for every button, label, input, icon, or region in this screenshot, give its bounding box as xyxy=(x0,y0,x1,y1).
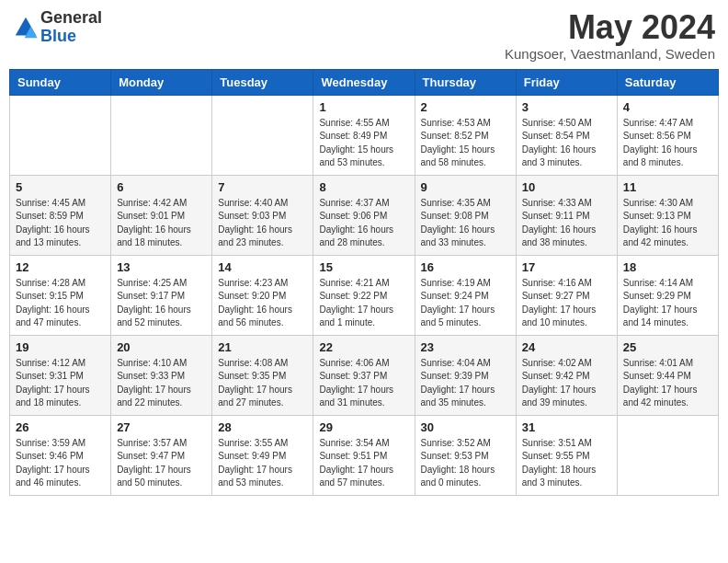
day-number: 13 xyxy=(117,260,206,274)
calendar-cell: 6Sunrise: 4:42 AM Sunset: 9:01 PM Daylig… xyxy=(111,175,212,255)
calendar-cell: 10Sunrise: 4:33 AM Sunset: 9:11 PM Dayli… xyxy=(516,175,617,255)
calendar-cell: 23Sunrise: 4:04 AM Sunset: 9:39 PM Dayli… xyxy=(415,335,516,415)
day-number: 28 xyxy=(218,420,307,434)
day-info: Sunrise: 4:45 AM Sunset: 8:59 PM Dayligh… xyxy=(16,197,105,250)
week-row-4: 19Sunrise: 4:12 AM Sunset: 9:31 PM Dayli… xyxy=(10,335,719,415)
day-number: 10 xyxy=(522,180,611,194)
day-number: 31 xyxy=(522,420,611,434)
day-number: 14 xyxy=(218,260,307,274)
calendar-cell xyxy=(111,95,212,175)
weekday-header-thursday: Thursday xyxy=(415,69,516,95)
week-row-1: 1Sunrise: 4:55 AM Sunset: 8:49 PM Daylig… xyxy=(10,95,719,175)
day-info: Sunrise: 4:14 AM Sunset: 9:29 PM Dayligh… xyxy=(623,277,712,330)
day-info: Sunrise: 4:21 AM Sunset: 9:22 PM Dayligh… xyxy=(319,277,408,330)
calendar-cell: 24Sunrise: 4:02 AM Sunset: 9:42 PM Dayli… xyxy=(516,335,617,415)
day-info: Sunrise: 4:53 AM Sunset: 8:52 PM Dayligh… xyxy=(421,117,510,170)
calendar-cell: 25Sunrise: 4:01 AM Sunset: 9:44 PM Dayli… xyxy=(617,335,718,415)
logo-general-text: General xyxy=(40,9,102,28)
day-number: 17 xyxy=(522,260,611,274)
day-number: 22 xyxy=(319,340,408,354)
calendar-cell: 8Sunrise: 4:37 AM Sunset: 9:06 PM Daylig… xyxy=(313,175,415,255)
weekday-header-saturday: Saturday xyxy=(617,69,718,95)
calendar-cell: 14Sunrise: 4:23 AM Sunset: 9:20 PM Dayli… xyxy=(212,255,313,335)
day-info: Sunrise: 4:10 AM Sunset: 9:33 PM Dayligh… xyxy=(117,357,206,410)
day-number: 20 xyxy=(117,340,206,354)
logo-icon xyxy=(13,15,39,40)
calendar-cell: 2Sunrise: 4:53 AM Sunset: 8:52 PM Daylig… xyxy=(415,95,516,175)
calendar-cell: 7Sunrise: 4:40 AM Sunset: 9:03 PM Daylig… xyxy=(212,175,313,255)
calendar-cell: 13Sunrise: 4:25 AM Sunset: 9:17 PM Dayli… xyxy=(111,255,212,335)
calendar-cell: 4Sunrise: 4:47 AM Sunset: 8:56 PM Daylig… xyxy=(617,95,718,175)
day-info: Sunrise: 4:06 AM Sunset: 9:37 PM Dayligh… xyxy=(319,357,408,410)
day-info: Sunrise: 3:55 AM Sunset: 9:49 PM Dayligh… xyxy=(218,437,307,490)
day-number: 18 xyxy=(623,260,712,274)
day-number: 19 xyxy=(16,340,105,354)
weekday-header-friday: Friday xyxy=(516,69,617,95)
day-info: Sunrise: 3:52 AM Sunset: 9:53 PM Dayligh… xyxy=(421,437,510,490)
day-number: 9 xyxy=(421,180,510,194)
weekday-header-tuesday: Tuesday xyxy=(212,69,313,95)
calendar-cell: 28Sunrise: 3:55 AM Sunset: 9:49 PM Dayli… xyxy=(212,415,313,495)
day-number: 3 xyxy=(522,100,611,114)
calendar-cell: 1Sunrise: 4:55 AM Sunset: 8:49 PM Daylig… xyxy=(313,95,415,175)
weekday-header-wednesday: Wednesday xyxy=(313,69,415,95)
day-info: Sunrise: 4:55 AM Sunset: 8:49 PM Dayligh… xyxy=(319,117,408,170)
day-number: 26 xyxy=(16,420,105,434)
day-info: Sunrise: 4:35 AM Sunset: 9:08 PM Dayligh… xyxy=(421,197,510,250)
day-info: Sunrise: 3:51 AM Sunset: 9:55 PM Dayligh… xyxy=(522,437,611,490)
week-row-2: 5Sunrise: 4:45 AM Sunset: 8:59 PM Daylig… xyxy=(10,175,719,255)
day-number: 21 xyxy=(218,340,307,354)
page-header: General Blue May 2024 Kungsoer, Vaestman… xyxy=(9,9,719,62)
day-number: 6 xyxy=(117,180,206,194)
location: Kungsoer, Vaestmanland, Sweden xyxy=(505,46,715,62)
calendar-cell: 3Sunrise: 4:50 AM Sunset: 8:54 PM Daylig… xyxy=(516,95,617,175)
day-number: 12 xyxy=(16,260,105,274)
day-number: 1 xyxy=(319,100,408,114)
calendar-cell xyxy=(212,95,313,175)
calendar-cell: 5Sunrise: 4:45 AM Sunset: 8:59 PM Daylig… xyxy=(10,175,111,255)
day-info: Sunrise: 4:12 AM Sunset: 9:31 PM Dayligh… xyxy=(16,357,105,410)
day-info: Sunrise: 4:33 AM Sunset: 9:11 PM Dayligh… xyxy=(522,197,611,250)
day-info: Sunrise: 4:42 AM Sunset: 9:01 PM Dayligh… xyxy=(117,197,206,250)
day-number: 2 xyxy=(421,100,510,114)
week-row-3: 12Sunrise: 4:28 AM Sunset: 9:15 PM Dayli… xyxy=(10,255,719,335)
day-info: Sunrise: 4:08 AM Sunset: 9:35 PM Dayligh… xyxy=(218,357,307,410)
day-info: Sunrise: 4:04 AM Sunset: 9:39 PM Dayligh… xyxy=(421,357,510,410)
calendar-cell: 26Sunrise: 3:59 AM Sunset: 9:46 PM Dayli… xyxy=(10,415,111,495)
day-info: Sunrise: 4:01 AM Sunset: 9:44 PM Dayligh… xyxy=(623,357,712,410)
day-number: 16 xyxy=(421,260,510,274)
day-info: Sunrise: 4:37 AM Sunset: 9:06 PM Dayligh… xyxy=(319,197,408,250)
calendar-cell: 15Sunrise: 4:21 AM Sunset: 9:22 PM Dayli… xyxy=(313,255,415,335)
calendar-cell: 18Sunrise: 4:14 AM Sunset: 9:29 PM Dayli… xyxy=(617,255,718,335)
week-row-5: 26Sunrise: 3:59 AM Sunset: 9:46 PM Dayli… xyxy=(10,415,719,495)
logo: General Blue xyxy=(13,9,102,46)
logo-text: General Blue xyxy=(40,9,102,46)
day-number: 24 xyxy=(522,340,611,354)
day-number: 15 xyxy=(319,260,408,274)
calendar-cell: 22Sunrise: 4:06 AM Sunset: 9:37 PM Dayli… xyxy=(313,335,415,415)
day-number: 27 xyxy=(117,420,206,434)
calendar-cell xyxy=(10,95,111,175)
day-number: 25 xyxy=(623,340,712,354)
title-block: May 2024 Kungsoer, Vaestmanland, Sweden xyxy=(505,9,715,62)
calendar-cell: 27Sunrise: 3:57 AM Sunset: 9:47 PM Dayli… xyxy=(111,415,212,495)
calendar-cell: 11Sunrise: 4:30 AM Sunset: 9:13 PM Dayli… xyxy=(617,175,718,255)
day-info: Sunrise: 3:57 AM Sunset: 9:47 PM Dayligh… xyxy=(117,437,206,490)
day-info: Sunrise: 3:54 AM Sunset: 9:51 PM Dayligh… xyxy=(319,437,408,490)
month-title: May 2024 xyxy=(505,9,715,46)
day-info: Sunrise: 4:16 AM Sunset: 9:27 PM Dayligh… xyxy=(522,277,611,330)
day-info: Sunrise: 4:28 AM Sunset: 9:15 PM Dayligh… xyxy=(16,277,105,330)
calendar-cell: 17Sunrise: 4:16 AM Sunset: 9:27 PM Dayli… xyxy=(516,255,617,335)
calendar-cell: 12Sunrise: 4:28 AM Sunset: 9:15 PM Dayli… xyxy=(10,255,111,335)
calendar-cell xyxy=(617,415,718,495)
calendar-cell: 20Sunrise: 4:10 AM Sunset: 9:33 PM Dayli… xyxy=(111,335,212,415)
day-info: Sunrise: 4:25 AM Sunset: 9:17 PM Dayligh… xyxy=(117,277,206,330)
logo-blue-text: Blue xyxy=(40,28,102,46)
day-number: 29 xyxy=(319,420,408,434)
calendar-cell: 21Sunrise: 4:08 AM Sunset: 9:35 PM Dayli… xyxy=(212,335,313,415)
day-number: 8 xyxy=(319,180,408,194)
calendar-cell: 30Sunrise: 3:52 AM Sunset: 9:53 PM Dayli… xyxy=(415,415,516,495)
weekday-header-sunday: Sunday xyxy=(10,69,111,95)
day-number: 4 xyxy=(623,100,712,114)
weekday-header-monday: Monday xyxy=(111,69,212,95)
